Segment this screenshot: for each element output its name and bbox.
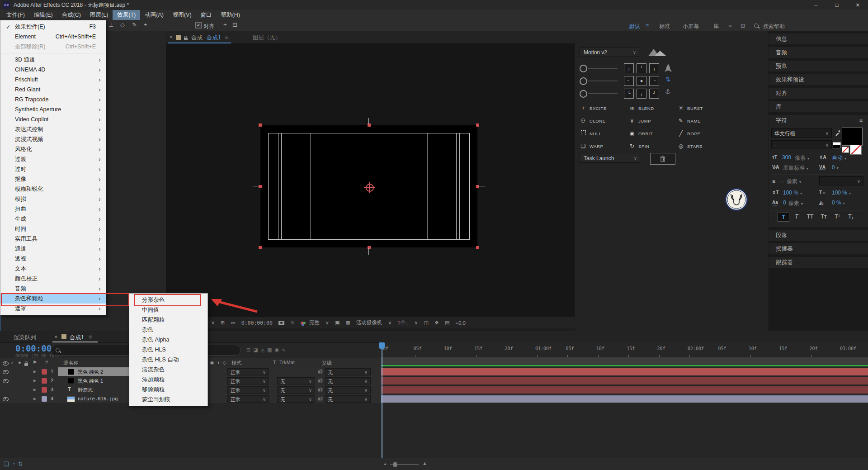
selection-handle[interactable] [476,246,479,249]
motion-button-orbit[interactable]: ◉ORBIT [628,128,674,138]
fill-color-swatch[interactable] [842,128,863,146]
fast-preview-icon[interactable]: ❖ [434,320,439,326]
menubar-item-5[interactable]: 效果(T) [113,10,140,20]
menu-category-扭曲[interactable]: 扭曲› [0,204,106,214]
zoom-in-mountain-icon[interactable]: ▲ [422,461,427,466]
stroke-width-value[interactable]: - [781,178,783,184]
panel-预览[interactable]: 预览 [769,61,868,71]
source-name-column-header[interactable]: 源名称 [63,360,78,366]
menu-category-时间[interactable]: 时间› [0,224,106,234]
style-button-1[interactable]: T [778,213,789,222]
motion-button-jump[interactable]: ∨JUMP [628,116,674,126]
tab-render-queue[interactable]: 渲染队列 [14,334,36,342]
minimize-button[interactable]: ─ [806,0,826,10]
search-help-label[interactable]: 搜索帮助 [763,23,785,30]
menubar-item-9[interactable]: 帮助(H) [217,10,245,20]
close-button[interactable]: ✕ [847,0,868,10]
menu-category-RG Trapcode[interactable]: RG Trapcode› [0,95,106,104]
menu-category-表达式控制[interactable]: 表达式控制› [0,124,106,134]
parent-pickwhip-icon[interactable]: @ [318,369,323,374]
panel-库[interactable]: 库 [769,101,868,112]
font-size-value[interactable]: 300 [782,154,791,161]
motion-button-burst[interactable]: ✳BURST [677,103,722,113]
submenu-item-杂色 HLS[interactable]: 杂色 HLS [129,345,208,355]
layer-duration-bar-3[interactable] [381,386,868,394]
style-button-4[interactable]: Tᴛ [818,213,829,221]
motion-button-spin[interactable]: ↻SPIN [628,141,674,151]
layer-label-chip[interactable] [42,396,47,402]
motion-button-clone[interactable]: ⚇CLONE [580,116,625,126]
parent-select[interactable]: 无 [325,368,371,375]
menu-category-透视[interactable]: 透视› [0,254,106,264]
task-launch-select[interactable]: Task Launch [580,153,640,163]
comp-tab-close-icon[interactable]: × [170,34,173,40]
menu-category-过渡[interactable]: 过渡› [0,154,106,164]
layer-expand-arrow[interactable]: ▶ [33,379,36,383]
no-stroke-swatch[interactable] [850,145,862,155]
menu-category-生成[interactable]: 生成› [0,214,106,224]
submenu-item-湍流杂色[interactable]: 湍流杂色 [129,365,208,375]
menu-category-Video Copilot[interactable]: Video Copilot› [0,114,106,124]
motion-button-rope[interactable]: ╱ROPE [677,128,722,138]
eye-icon[interactable] [3,379,9,384]
menu-category-模拟[interactable]: 模拟› [0,194,106,204]
workspace-default[interactable]: 默认 [629,23,640,30]
layer-expand-arrow[interactable]: ▶ [33,397,36,401]
menu-category-Red Giant[interactable]: Red Giant› [0,85,106,95]
current-time[interactable]: 0:00:00:00 [241,320,273,326]
panel-character[interactable]: 字符 ≡ [769,115,868,126]
align-grid-button-2[interactable]: ╵ [637,63,646,73]
menu-category-模糊和锐化[interactable]: 模糊和锐化› [0,184,106,194]
parent-pickwhip-icon[interactable]: @ [318,378,323,383]
channels-icon[interactable] [301,322,303,324]
playhead-marker[interactable] [379,342,385,349]
mountain-icon[interactable] [646,46,668,57]
snapshot-icon[interactable] [278,321,284,325]
baseline-shift-value[interactable]: 0 [783,199,786,206]
no-fill-swatch[interactable] [842,147,849,153]
menu-category-Synthetic Aperture[interactable]: Synthetic Aperture› [0,104,106,114]
font-style-select[interactable]: - [771,140,832,149]
mode-select[interactable]: 正常 [227,395,269,403]
menu-category-沉浸式视频[interactable]: 沉浸式视频› [0,134,106,144]
pixel-aspect-icon[interactable]: ◫ [424,320,429,326]
tool-icon-3[interactable]: ✎ [132,21,137,28]
font-size-unit[interactable]: 像素 [795,154,809,162]
panel-对齐[interactable]: 对齐 [769,88,868,99]
style-button-6[interactable]: T₁ [845,213,856,221]
align-grid-button-9[interactable]: ┘ [649,89,659,99]
align-grid-button-8[interactable]: ╷ [637,89,646,99]
style-button-3[interactable]: TT [805,213,816,221]
selection-handle[interactable] [259,246,262,249]
layer-duration-bar-1[interactable] [381,368,868,375]
eyedropper-icon[interactable] [835,129,840,136]
region-of-interest-icon[interactable]: ▭ [231,320,235,326]
submenu-item-杂色 HLS 自动[interactable]: 杂色 HLS 自动 [129,355,208,365]
target-region-icon[interactable]: ▣ [335,320,340,326]
align-grid-button-1[interactable]: ┌ [624,63,634,73]
submenu-item-中间值[interactable]: 中间值 [129,305,208,315]
grid-guides-icon[interactable]: ⊞ [221,320,225,326]
submenu-item-移除颗粒[interactable]: 移除颗粒 [129,385,208,394]
show-snapshot-icon[interactable]: ⚙ [290,320,295,326]
menu-category-风格化[interactable]: 风格化› [0,144,106,154]
menu-category-抠像[interactable]: 抠像› [0,174,106,184]
layer-expand-arrow[interactable]: ▶ [33,388,36,392]
style-button-2[interactable]: T [791,213,802,221]
timeline-tab-close-icon[interactable]: × [54,334,57,340]
selection-handle[interactable] [259,123,262,127]
slider-track[interactable] [588,93,618,94]
playhead-line[interactable] [382,342,382,458]
menu-category-颜色校正[interactable]: 颜色校正› [0,274,106,284]
menu-category-Frischluft[interactable]: Frischluft› [0,75,106,85]
trkmat-column-header[interactable]: TrkMat [279,360,295,365]
workspace-overflow-icon[interactable]: » [729,23,732,29]
selection-handle[interactable] [476,123,479,127]
menubar-item-3[interactable]: 合成(C) [57,10,85,20]
timeline-graph-icon[interactable]: ▤ [445,320,449,326]
menu-category-CINEMA 4D[interactable]: CINEMA 4D› [0,65,106,75]
mask-tool-icon[interactable]: + [223,21,227,28]
submenu-item-杂色 Alpha[interactable]: 杂色 Alpha [129,335,208,345]
style-button-5[interactable]: T¹ [832,213,843,221]
menubar-item-1[interactable]: 文件(F) [2,10,29,20]
